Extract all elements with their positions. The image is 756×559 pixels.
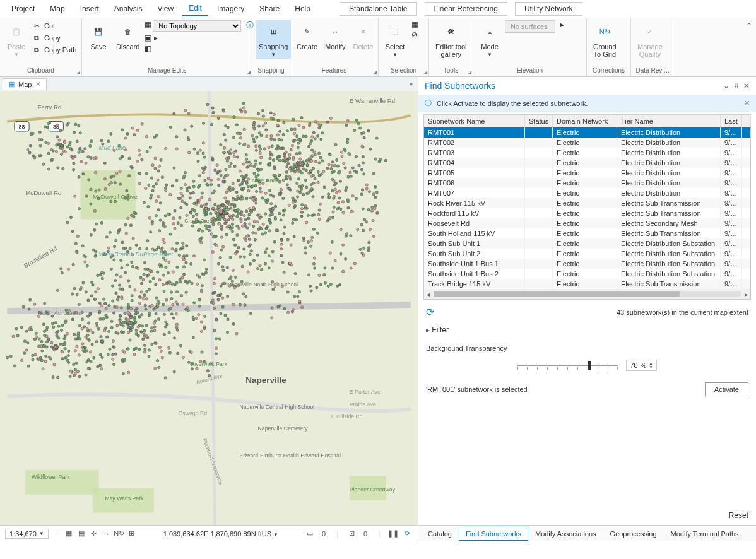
delete-button[interactable]: ✕ Delete: [350, 20, 375, 52]
status-icon[interactable]: ⓘ: [246, 20, 254, 31]
map-menu-chevron-icon[interactable]: ▾: [410, 81, 413, 88]
filter-toggle[interactable]: Filter: [418, 322, 756, 338]
editor-gallery-button[interactable]: 🛠 Editor tool gallery: [433, 20, 470, 59]
sb-snap-icon[interactable]: ⊹: [88, 528, 100, 539]
menu-map[interactable]: Map: [44, 2, 71, 16]
topology-select[interactable]: No Topology: [153, 20, 241, 32]
manage-quality-button[interactable]: ✓ Manage Quality: [635, 20, 665, 59]
menu-view[interactable]: View: [151, 2, 180, 16]
get-z-icon[interactable]: ▸: [560, 20, 564, 29]
menu-edit[interactable]: Edit: [182, 1, 208, 16]
bottom-tab-modify-terminal-paths[interactable]: Modify Terminal Paths: [664, 527, 746, 541]
attributes-icon[interactable]: ▦: [411, 20, 418, 29]
quality-icon[interactable]: ◧: [145, 44, 151, 53]
chevron-down-icon[interactable]: ▼: [39, 531, 44, 536]
table-row[interactable]: RMT006ElectricElectric Distribution9/10: [424, 178, 750, 188]
dialog-launcher-icon[interactable]: ◢: [76, 69, 80, 75]
sb-selected-icon[interactable]: ▭: [304, 528, 316, 539]
error-inspector-icon[interactable]: ▣: [145, 33, 151, 42]
transparency-slider[interactable]: [517, 365, 618, 366]
menu-share[interactable]: Share: [253, 2, 286, 16]
table-row[interactable]: RMT004ElectricElectric Distribution9/10: [424, 158, 750, 168]
select-button[interactable]: ⬚ Select ▼: [382, 20, 408, 59]
activate-button[interactable]: Activate: [705, 382, 748, 396]
menu-analysis[interactable]: Analysis: [108, 2, 149, 16]
table-row[interactable]: RMT007ElectricElectric Distribution9/10: [424, 188, 750, 198]
table-row[interactable]: Roosevelt RdElectricElectric Secondary M…: [424, 218, 750, 228]
table-row[interactable]: RMT003ElectricElectric Distribution9/10: [424, 148, 750, 158]
refresh-icon[interactable]: ⟳: [426, 306, 434, 318]
menu-project[interactable]: Project: [5, 2, 41, 16]
clear-selection-icon[interactable]: ⊘: [411, 30, 418, 39]
sb-correction-icon[interactable]: N↻: [114, 528, 125, 539]
chevron-down-icon[interactable]: ▼: [273, 532, 278, 538]
map-canvas[interactable]: 88 88 Ferry Rd E Warrenville Rd Mud Lake…: [0, 91, 418, 525]
mode-button[interactable]: ⟁ Mode ▼: [477, 20, 502, 59]
table-row[interactable]: South Sub Unit 2ElectricElectric Distrib…: [424, 249, 750, 259]
table-row[interactable]: Track Bridge 115 kVElectricElectric Sub …: [424, 279, 750, 289]
pin-icon[interactable]: ⇩: [733, 81, 740, 90]
table-row[interactable]: Rockford 115 kVElectricElectric Sub Tran…: [424, 208, 750, 218]
scale-input[interactable]: 1:34,670 ▼: [5, 529, 49, 539]
bottom-tab-catalog[interactable]: Catalog: [421, 527, 459, 541]
bottom-tab-find-subnetworks[interactable]: Find Subnetworks: [459, 527, 528, 541]
sb-dynamic-icon[interactable]: ⊞: [126, 528, 138, 539]
col-subnetwork-name[interactable]: Subnetwork Name: [424, 115, 525, 127]
bottom-tab-geoprocessing[interactable]: Geoprocessing: [603, 527, 664, 541]
dialog-launcher-icon[interactable]: ◢: [373, 69, 377, 75]
collapse-ribbon-icon[interactable]: ⌃: [746, 21, 752, 30]
snapping-button[interactable]: ⊞ Snapping ▼: [256, 20, 291, 59]
save-button[interactable]: 💾 Save: [86, 20, 111, 52]
transparency-input[interactable]: 70 % ▲▼: [626, 360, 658, 371]
surface-select[interactable]: No surfaces: [505, 20, 555, 33]
table-row[interactable]: South Holland 115 kVElectricElectric Sub…: [424, 228, 750, 238]
dismiss-icon[interactable]: ✕: [744, 99, 750, 107]
menu-imagery[interactable]: Imagery: [211, 2, 251, 16]
table-row[interactable]: RMT001ElectricElectric Distribution9/10: [424, 127, 750, 138]
h-scrollbar[interactable]: ◂ ▸: [424, 289, 750, 299]
discard-button[interactable]: 🗑 Discard: [114, 20, 142, 52]
context-tab-standalone-table[interactable]: Standalone Table: [340, 2, 417, 16]
map-tab[interactable]: ▦ Map ✕: [3, 78, 47, 90]
reset-button[interactable]: Reset: [729, 511, 748, 520]
col-tier[interactable]: Tier Name: [617, 115, 721, 127]
menu-help[interactable]: Help: [288, 2, 317, 16]
ground-to-grid-button[interactable]: N↻ Ground To Grid: [591, 20, 619, 59]
table-row[interactable]: RMT005ElectricElectric Distribution9/10: [424, 168, 750, 178]
table-row[interactable]: Rock River 115 kVElectricElectric Sub Tr…: [424, 198, 750, 208]
dialog-launcher-icon[interactable]: ◢: [247, 69, 251, 75]
context-tab-linear-referencing[interactable]: Linear Referencing: [425, 2, 507, 16]
spin-down-icon[interactable]: ▼: [649, 365, 653, 369]
sb-constraints-icon[interactable]: ↔: [101, 528, 112, 539]
sb-refresh-icon[interactable]: ⟳: [401, 528, 413, 539]
col-status[interactable]: Status: [525, 115, 553, 127]
paste-button[interactable]: 📋 Paste ▼: [4, 20, 29, 59]
dialog-launcher-icon[interactable]: ◢: [423, 69, 427, 75]
table-row[interactable]: South Sub Unit 1ElectricElectric Distrib…: [424, 238, 750, 249]
table-body[interactable]: RMT001ElectricElectric Distribution9/10R…: [424, 127, 750, 289]
sb-snapping-icon[interactable]: ⊡: [346, 528, 357, 539]
create-button[interactable]: ✎ Create: [294, 20, 320, 52]
validate-icon[interactable]: ▸: [154, 33, 158, 42]
close-icon[interactable]: ✕: [743, 81, 750, 90]
col-last[interactable]: Last: [721, 115, 742, 127]
table-row[interactable]: RMT002ElectricElectric Distribution9/10: [424, 138, 750, 148]
bottom-tab-modify-associations[interactable]: Modify Associations: [528, 527, 603, 541]
copy-button[interactable]: ⧉Copy: [32, 32, 76, 44]
table-row[interactable]: Southside Unit 1 Bus 1ElectricElectric D…: [424, 259, 750, 269]
sb-grid-icon[interactable]: ▤: [76, 528, 87, 539]
copy-path-button[interactable]: ⧉Copy Path: [32, 44, 76, 56]
sb-rotation-icon[interactable]: ▦: [63, 528, 74, 539]
panel-menu-icon[interactable]: ⌄: [723, 81, 729, 90]
cut-button[interactable]: ✂Cut: [32, 20, 76, 32]
modify-button[interactable]: ↔ Modify: [322, 20, 348, 52]
dialog-launcher-icon[interactable]: ◢: [468, 69, 471, 75]
close-icon[interactable]: ✕: [35, 80, 41, 88]
table-row[interactable]: Southside Unit 1 Bus 2ElectricElectric D…: [424, 269, 750, 279]
sb-pause-icon[interactable]: ❚❚: [387, 528, 399, 539]
menu-insert[interactable]: Insert: [74, 2, 105, 16]
scroll-thumb[interactable]: [434, 291, 680, 297]
context-tab-utility-network[interactable]: Utility Network: [515, 2, 582, 16]
svg-point-1116: [182, 256, 184, 259]
col-domain[interactable]: Domain Network: [553, 115, 617, 127]
